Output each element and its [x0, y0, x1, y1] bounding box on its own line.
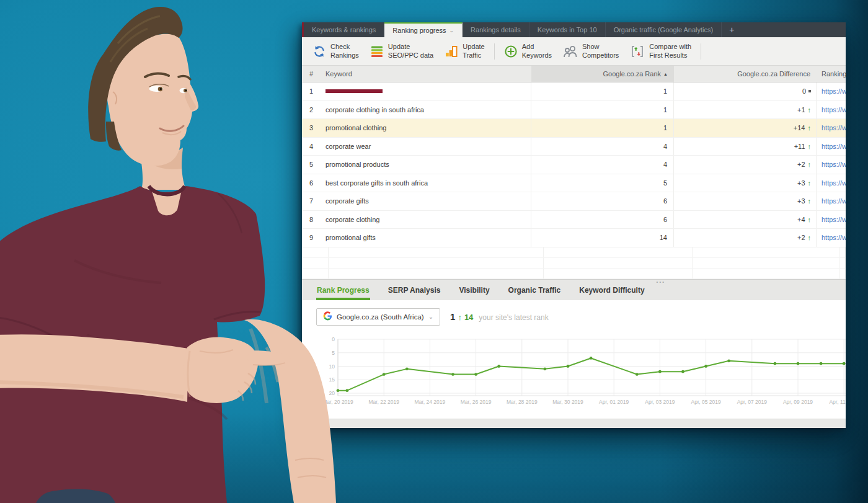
panel-tab-organic-traffic[interactable]: Organic Traffic	[508, 280, 562, 300]
tab-organic-traffic-google-analytics[interactable]: Organic traffic (Google Analytics)	[606, 22, 722, 37]
chevron-down-icon: ⌄	[450, 28, 454, 33]
table-row[interactable]: 8corporate clothing6+4↑https://www	[302, 211, 846, 229]
tab-keywords-in-top-10[interactable]: Keywords in Top 10	[529, 22, 606, 37]
button-label-line1: Compare with	[649, 43, 691, 51]
svg-text:Apr, 03 2019: Apr, 03 2019	[645, 399, 675, 405]
ranking-page-link[interactable]: https://www	[822, 106, 846, 114]
column-header-ranking-page[interactable]: Ranking page	[817, 66, 846, 82]
tab-rankings-details[interactable]: Rankings details	[463, 22, 529, 37]
chart-container: 05101520Mar, 20 2019Mar, 22 2019Mar, 24 …	[323, 336, 846, 414]
button-check-rankings[interactable]: CheckRankings	[307, 41, 365, 61]
panel-tab-serp-analysis[interactable]: SERP Analysis	[388, 280, 441, 300]
pointing-hand	[184, 337, 258, 403]
row-number: 1	[302, 82, 321, 100]
svg-text:Apr, 09 2019: Apr, 09 2019	[783, 399, 813, 405]
keyword-text: promotional gifts	[326, 234, 376, 241]
bottom-panel-header: ••• Rank ProgressSERP AnalysisVisibility…	[302, 279, 846, 300]
table-row[interactable]: 6best corporate gifts in south africa5+3…	[302, 174, 846, 193]
button-show-competitors[interactable]: ShowCompetitors	[557, 41, 624, 61]
ranking-page-link[interactable]: https://www	[822, 161, 846, 168]
tab-ranking-progress[interactable]: Ranking progress⌄	[384, 22, 463, 37]
row-number: 2	[302, 101, 321, 119]
ranking-page-cell: https://www	[817, 82, 846, 100]
ranking-page-cell: https://www	[817, 156, 846, 174]
rank-cell: 6	[531, 192, 674, 210]
svg-text:Apr, 07 2019: Apr, 07 2019	[737, 399, 767, 405]
difference-value: +2	[797, 161, 805, 168]
button-label: CheckRankings	[330, 43, 359, 59]
keyword-cell: best corporate gifts in south africa	[321, 174, 531, 192]
empty-cell	[840, 258, 846, 268]
button-compare-with-first-results[interactable]: Compare withFirst Results	[624, 41, 697, 61]
ranking-page-link[interactable]: https://www	[822, 179, 846, 187]
button-label: AddKeywords	[522, 43, 552, 59]
column-header-keyword[interactable]: Keyword	[321, 66, 531, 82]
add-tab-button[interactable]: +	[722, 22, 742, 37]
row-number-value: 5	[309, 161, 313, 168]
difference-cell: +4↑	[674, 211, 817, 229]
ranking-page-link[interactable]: https://www	[822, 87, 846, 95]
rank-value: 4	[663, 161, 667, 168]
ranking-page-link[interactable]: https://www	[822, 216, 846, 223]
difference-cell: +11↑	[674, 138, 817, 156]
button-label-line1: Check	[330, 43, 359, 51]
column-header-label: Keyword	[326, 70, 352, 78]
svg-text:Mar, 24 2019: Mar, 24 2019	[415, 399, 446, 405]
table-row[interactable]: 4corporate wear4+11↑https://www	[302, 138, 846, 156]
latest-rank: 1 ↑ 14 your site's latest rank	[450, 311, 549, 322]
column-header-google-co-za-difference[interactable]: Google.co.za Difference	[674, 66, 817, 82]
tab-label: Organic traffic (Google Analytics)	[614, 26, 714, 33]
tab-keywords-rankings[interactable]: Keywords & rankings	[304, 22, 384, 37]
row-number-value: 9	[309, 234, 313, 241]
button-update-traffic[interactable]: UpdateTraffic	[439, 41, 490, 61]
svg-text:Apr, 11 2019: Apr, 11 2019	[829, 399, 846, 405]
selector-row: Google.co.za (South Africa) ⌄ 1 ↑ 14 you…	[316, 308, 846, 326]
column-header-num[interactable]: #	[302, 66, 321, 82]
svg-text:Mar, 20 2019: Mar, 20 2019	[323, 399, 353, 405]
table-row[interactable]: 5promotional products4+2↑https://www	[302, 156, 846, 174]
rank-cell: 4	[531, 156, 674, 174]
keyword-cell: promotional clothing	[321, 119, 531, 137]
rank-cell: 6	[531, 211, 674, 229]
rank-value: 14	[660, 234, 667, 241]
column-header-label: #	[309, 70, 313, 78]
row-number: 4	[302, 138, 321, 156]
button-label-line2: SEO/PPC data	[388, 51, 433, 60]
empty-cell	[840, 269, 846, 278]
up-arrow-icon: ↑	[808, 216, 812, 223]
empty-table-row	[302, 269, 846, 279]
table-row[interactable]: 9promotional gifts14+2↑https://www	[302, 229, 846, 247]
ranking-page-link[interactable]: https://www	[822, 143, 846, 150]
splitter-handle[interactable]: •••	[657, 280, 665, 285]
panel-tab-keyword-difficulty[interactable]: Keyword Difficulty	[578, 280, 645, 300]
button-update-seo-ppc-data[interactable]: UpdateSEO/PPC data	[365, 41, 439, 61]
keyword-cell: corporate clothing in south africa	[321, 101, 531, 119]
svg-text:5: 5	[332, 349, 335, 355]
search-engine-selector[interactable]: Google.co.za (South Africa) ⌄	[316, 308, 440, 326]
button-label: ShowCompetitors	[582, 43, 619, 59]
ranking-page-link[interactable]: https://www	[822, 234, 846, 241]
ranking-page-link[interactable]: https://www	[822, 124, 846, 131]
button-label: Compare withFirst Results	[649, 43, 691, 59]
panel-tab-rank-progress[interactable]: Rank Progress	[316, 280, 370, 300]
panel-tab-visibility[interactable]: Visibility	[458, 280, 490, 300]
ranking-page-cell: https://www	[817, 192, 846, 210]
table-row[interactable]: 2corporate clothing in south africa1+1↑h…	[302, 101, 846, 120]
rank-progress-chart: 05101520Mar, 20 2019Mar, 22 2019Mar, 24 …	[323, 336, 846, 412]
row-number: 7	[302, 192, 321, 210]
tab-label: Ranking progress	[392, 27, 446, 34]
refresh-icon	[312, 45, 326, 58]
table-row[interactable]: 3promotional clothing1+14↑https://www	[302, 119, 846, 138]
button-add-keywords[interactable]: AddKeywords	[498, 41, 557, 61]
button-label-line1: Update	[388, 43, 433, 51]
empty-cell	[544, 247, 693, 257]
difference-cell: +2↑	[674, 229, 817, 247]
table-row[interactable]: 110https://www	[302, 82, 846, 101]
difference-cell: +3↑	[674, 174, 817, 192]
ranking-page-link[interactable]: https://www	[822, 197, 846, 205]
add-circle-icon	[504, 45, 518, 58]
column-header-google-co-za-rank[interactable]: Google.co.za Rank▲	[531, 66, 674, 82]
pointing-finger	[248, 350, 291, 365]
svg-text:Apr, 01 2019: Apr, 01 2019	[599, 399, 629, 405]
table-row[interactable]: 7corporate gifts6+3↑https://www	[302, 192, 846, 211]
